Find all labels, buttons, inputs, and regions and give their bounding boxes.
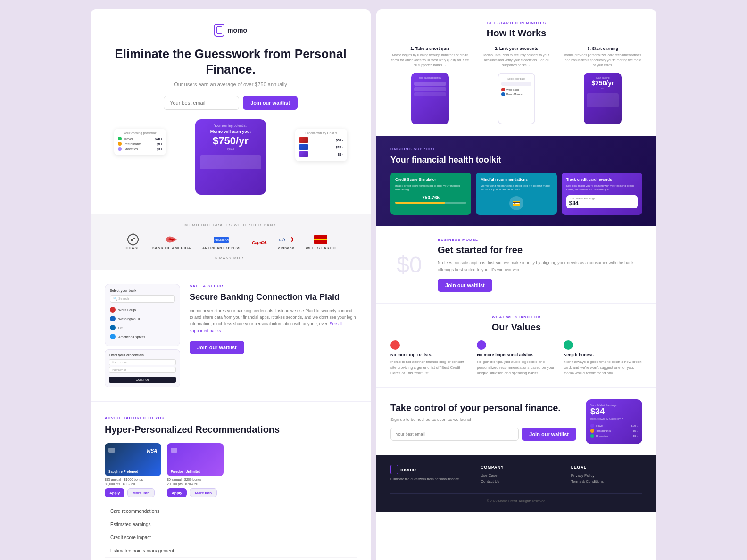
wellsfargo-logo: WELLS FARGO — [306, 234, 336, 250]
groceries-dot — [590, 434, 594, 438]
amex-logo: AMERICAN AMERICAN EXPRESS — [202, 234, 241, 250]
cta-email-row: Join our waitlist — [390, 428, 576, 441]
capone-icon: Capital One — [252, 239, 267, 246]
bank-section-label: MOMO INTEGRATES WITH YOUR BANK — [109, 223, 352, 227]
email-form: Join our waitlist — [109, 96, 352, 110]
secure-title: Secure Banking Connection via Plaid — [190, 292, 357, 303]
wf-label: WELLS FARGO — [306, 246, 336, 250]
personalized-title: Hyper-Personalized Recommendations — [105, 424, 357, 436]
secure-cta-button[interactable]: Join our waitlist — [190, 341, 244, 354]
feature-item-4[interactable]: Estimated points management — [105, 544, 357, 558]
feature-item-1[interactable]: Card recommendations — [105, 505, 357, 518]
value-1-desc: Momo is not another finance blog or cont… — [390, 359, 469, 376]
email-input[interactable] — [164, 96, 239, 110]
cta-breakdown-row-2: Restaurants $5 › — [590, 429, 638, 433]
cta-breakdown-row-1: Travel $20 › — [590, 424, 638, 428]
personalized-section: ADVICE TAILORED TO YOU Hyper-Personalize… — [91, 401, 371, 560]
card-chip-2 — [171, 448, 177, 453]
citi-icon: citi — [279, 236, 294, 243]
citi-logo: citi citibank — [278, 234, 294, 250]
cta-title: Take control of your personal finance. — [390, 403, 576, 413]
toolkit-card-2-desc: Momo won't recommend a credit card if it… — [481, 184, 552, 192]
bank-section: MOMO INTEGRATES WITH YOUR BANK CHASE — [91, 214, 371, 270]
apply-button-2[interactable]: Apply — [167, 488, 187, 497]
credit-gauge: 750-765 — [395, 195, 466, 204]
svg-text:citi: citi — [279, 237, 285, 242]
earning-potential-label: Your earning potential: — [118, 132, 162, 135]
hero-chart — [200, 155, 261, 169]
hero-phone-mockup: Your earning potential: Travel $20 › Res… — [109, 119, 352, 204]
secure-desc: momo never stores your banking credentia… — [190, 307, 357, 335]
footer-grid: momo Eliminate the guesswork from person… — [390, 465, 642, 486]
bank-row-2[interactable]: Washington DC — [110, 314, 175, 323]
more-info-button-2[interactable]: More Info — [190, 488, 217, 497]
svg-rect-2 — [131, 238, 133, 239]
cta-breakdown: Travel $20 › Restaurants $5 › — [590, 424, 638, 438]
hero-title: Eliminate the Guesswork from Personal Fi… — [109, 46, 352, 77]
footer-col-legal: LEGAL Privacy Policy Terms & Conditions — [571, 465, 642, 486]
how-step-1: 1. Take a short quiz Momo begins by runn… — [390, 46, 469, 124]
apply-button[interactable]: Apply — [105, 488, 124, 497]
feature-item-3[interactable]: Credit score impact — [105, 531, 357, 544]
supported-banks-link[interactable]: See all supported banks — [190, 321, 342, 333]
svg-rect-3 — [133, 239, 135, 241]
toolkit-card-1-desc: In-app credit score forecasting to help … — [395, 184, 466, 192]
step-1-num: 1. Take a short quiz — [390, 46, 469, 51]
mindful-icon: 💳 — [509, 196, 523, 210]
footer-section: momo Eliminate the guesswork from person… — [376, 455, 656, 512]
restaurants-dot — [590, 429, 594, 433]
cta-button[interactable]: Join our waitlist — [522, 428, 576, 441]
username-field[interactable]: Username — [109, 359, 176, 365]
select-bank-label: Select your bank — [110, 289, 175, 292]
logo-row: momo — [109, 24, 352, 37]
bofa-icon — [164, 235, 179, 244]
values-section: WHAT WE STAND FOR Our Values No more top… — [376, 303, 656, 387]
cta-phone-label: Your Wallet Earnings — [590, 404, 638, 407]
more-info-button[interactable]: More Info — [127, 488, 155, 497]
how-steps: 1. Take a short quiz Momo begins by runn… — [390, 46, 642, 124]
cta-section: Take control of your personal finance. S… — [376, 387, 656, 455]
bank-row-3[interactable]: Citi — [110, 323, 175, 332]
visa-logo: VISA — [146, 447, 158, 454]
footer-logo-text: momo — [400, 467, 416, 472]
how-step-2: 2. Link your accounts Momo uses Plaid to… — [477, 46, 556, 124]
footer-logo: momo — [390, 465, 462, 474]
feature-item-2[interactable]: Estimated earnings — [105, 518, 357, 531]
toolkit-cards: Credit Score Simulator In-app credit sco… — [390, 173, 642, 215]
value-1-title: No more top 10 lists. — [390, 353, 469, 357]
toolkit-title: Your financial health toolkit — [390, 155, 642, 165]
footer-contact[interactable]: Contact Us — [481, 479, 552, 484]
free-section: $0 BUSINESS MODEL Get started for free N… — [376, 226, 656, 303]
secure-section: Select your bank 🔍 Search Wells Fargo Wa… — [91, 270, 371, 401]
footer-terms[interactable]: Terms & Conditions — [571, 479, 642, 484]
toolkit-card-3-desc: See how much you're earning with your ex… — [566, 184, 638, 192]
bank-row-4[interactable]: American Express — [110, 332, 175, 341]
continue-button[interactable]: Continue — [109, 377, 176, 383]
footer-col-company: COMPANY Use Case Contact Us — [481, 465, 552, 486]
toolkit-card-3-title: Track credit card rewards — [566, 177, 638, 181]
password-field[interactable]: Password — [109, 367, 176, 373]
wallet-value: $34 — [569, 200, 635, 206]
wallet-earnings: Your Wallet Earnings $34 — [566, 195, 638, 208]
toolkit-card-2-title: Mindful recommendations — [481, 177, 552, 181]
step-2-num: 2. Link your accounts — [477, 46, 556, 51]
bofa-logo: BANK OF AMERICA — [152, 234, 191, 250]
bank-row-1[interactable]: Wells Fargo — [110, 305, 175, 314]
footer-privacy[interactable]: Privacy Policy — [571, 473, 642, 478]
creds-label: Enter your credentials — [109, 354, 176, 357]
gauge-fill — [395, 202, 445, 204]
hero-subtitle: Our users earn an average of over $750 a… — [109, 82, 352, 87]
footer-use-case[interactable]: Use Case — [481, 473, 552, 478]
cta-email-input[interactable] — [390, 428, 519, 441]
bank-search[interactable]: 🔍 Search — [110, 295, 175, 303]
free-cta-button[interactable]: Join our waitlist — [438, 279, 492, 292]
footer-col-brand: momo Eliminate the guesswork from person… — [390, 465, 462, 486]
capone-logo: Capital One — [252, 237, 267, 248]
footer-legal-title: LEGAL — [571, 465, 642, 469]
hero-amount: $750/yr — [200, 135, 261, 147]
cta-phone-mock: Your Wallet Earnings $34 Breakdown by Ca… — [586, 399, 642, 444]
hero-cta-button[interactable]: Join our waitlist — [243, 96, 298, 110]
footer-logo-icon — [390, 465, 398, 474]
wf-icon — [314, 235, 327, 244]
step-1-desc: Momo begins by running through hundreds … — [390, 53, 469, 68]
